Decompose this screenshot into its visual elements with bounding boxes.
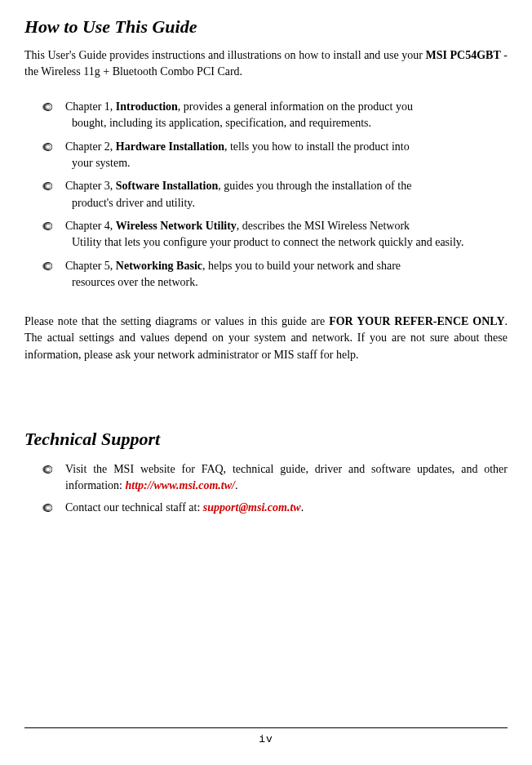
chapter-title: Wireless Network Utility <box>116 220 237 232</box>
chapter-rest2: your system. <box>65 155 410 171</box>
svg-point-20 <box>47 506 51 509</box>
chapter-title: Introduction <box>116 100 178 113</box>
chapter-rest1: , describes the MSI Wireless Network <box>237 220 410 232</box>
section-heading-tech: Technical Support <box>24 429 508 450</box>
bullet-icon <box>42 465 52 474</box>
bullet-icon <box>42 103 52 111</box>
bullet-icon <box>42 143 52 151</box>
chapter-item: Chapter 3, Software Installation, guides… <box>42 178 508 211</box>
page-number: iv <box>24 733 508 745</box>
chapter-title: Software Installation <box>116 180 218 192</box>
footer-divider <box>24 727 508 728</box>
intro-text-1: This User's Guide provides instructions … <box>24 49 425 61</box>
chapter-prefix: Chapter 4, <box>65 220 116 232</box>
tech-line1: Visit the MSI website for FAQ, technical… <box>65 463 454 475</box>
chapter-prefix: Chapter 1, <box>65 100 116 113</box>
section-heading-guide: How to Use This Guide <box>24 16 508 38</box>
chapter-rest2: Utility that lets you configure your pro… <box>65 234 463 251</box>
note-paragraph: Please note that the setting diagrams or… <box>24 314 508 363</box>
chapter-rest1: , tells you how to install the product i… <box>224 140 410 153</box>
chapter-list: Chapter 1, Introduction, provides a gene… <box>42 99 508 291</box>
svg-point-5 <box>47 145 51 149</box>
chapter-title: Networking Basic <box>116 260 202 272</box>
bullet-icon <box>42 222 52 230</box>
footer: iv <box>24 727 508 745</box>
chapter-text: Chapter 4, Wireless Network Utility, des… <box>65 218 463 251</box>
bullet-icon <box>42 504 52 512</box>
chapter-rest1: , provides a general information on the … <box>178 100 413 113</box>
chapter-prefix: Chapter 5, <box>65 260 116 272</box>
chapter-prefix: Chapter 2, <box>65 140 116 153</box>
chapter-rest2: product's driver and utility. <box>65 195 411 211</box>
tech-text: Visit the MSI website for FAQ, technical… <box>65 461 508 495</box>
chapter-item: Chapter 5, Networking Basic, helps you t… <box>42 258 508 291</box>
tech2-p2: . <box>301 501 304 514</box>
note-bold: FOR YOUR REFER-ENCE ONLY <box>329 315 504 327</box>
chapter-item: Chapter 2, Hardware Installation, tells … <box>42 139 508 172</box>
chapter-rest2: bought, including its application, speci… <box>65 115 413 131</box>
chapter-text: Chapter 2, Hardware Installation, tells … <box>65 139 410 172</box>
tech-item: Visit the MSI website for FAQ, technical… <box>42 461 508 495</box>
chapter-text: Chapter 1, Introduction, provides a gene… <box>65 99 413 132</box>
svg-point-11 <box>47 225 51 228</box>
chapter-item: Chapter 1, Introduction, provides a gene… <box>42 99 508 132</box>
chapter-item: Chapter 4, Wireless Network Utility, des… <box>42 218 508 251</box>
svg-point-8 <box>47 185 51 188</box>
bullet-icon <box>42 182 52 190</box>
chapter-title: Hardware Installation <box>116 140 224 153</box>
tech-item: Contact our technical staff at: support@… <box>42 500 508 516</box>
tech2-p1: Contact our technical staff at: <box>65 501 203 514</box>
chapter-text: Chapter 5, Networking Basic, helps you t… <box>65 258 401 291</box>
chapter-prefix: Chapter 3, <box>65 180 116 192</box>
chapter-text: Chapter 3, Software Installation, guides… <box>65 178 411 211</box>
svg-point-17 <box>47 468 51 471</box>
intro-paragraph: This User's Guide provides instructions … <box>24 47 508 79</box>
tech-list: Visit the MSI website for FAQ, technical… <box>42 461 508 516</box>
chapter-rest1: , helps you to build your network and sh… <box>202 260 401 272</box>
svg-point-2 <box>47 105 51 109</box>
note-text-1: Please note that the setting diagrams or… <box>24 315 329 327</box>
tech-line2b: . <box>235 479 238 491</box>
tech-text: Contact our technical staff at: support@… <box>65 500 304 516</box>
chapter-rest2: resources over the network. <box>65 274 401 291</box>
svg-point-14 <box>47 265 51 268</box>
product-name: MSI PC54GBT <box>425 49 500 61</box>
email-link[interactable]: support@msi.com.tw <box>203 501 301 514</box>
website-link[interactable]: http://www.msi.com.tw/ <box>126 479 235 491</box>
bullet-icon <box>42 262 52 270</box>
chapter-rest1: , guides you through the installation of… <box>218 180 411 192</box>
